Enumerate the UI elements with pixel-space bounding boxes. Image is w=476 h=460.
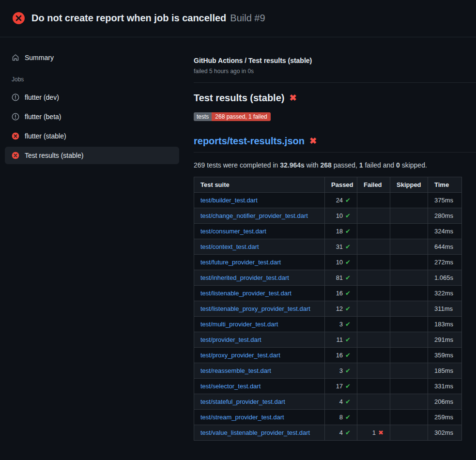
- test-suite-link[interactable]: test/provider_test.dart: [200, 336, 261, 343]
- fail-x-icon: ✖: [378, 429, 384, 436]
- sidebar-item-flutter-stable[interactable]: flutter (stable): [5, 127, 179, 145]
- main-content: GitHub Actions / Test results (stable) f…: [194, 37, 476, 441]
- test-results-table: Test suite Passed Failed Skipped Time te…: [194, 177, 462, 441]
- failed-cell-value: 1: [372, 429, 376, 436]
- table-row: test/selector_test.dart17✔331ms: [194, 378, 462, 394]
- suite-cell: test/future_provider_test.dart: [194, 254, 325, 270]
- pass-check-icon: ✔: [345, 212, 351, 219]
- job-label: flutter (dev): [25, 93, 59, 101]
- passed-cell: 11✔: [325, 332, 357, 347]
- test-suite-link[interactable]: test/listenable_proxy_provider_test.dart: [200, 305, 310, 312]
- test-suite-link[interactable]: test/consumer_test.dart: [200, 228, 266, 235]
- column-header-time: Time: [428, 177, 462, 192]
- passed-cell-value: 8: [339, 414, 343, 421]
- failed-cell: [357, 301, 390, 316]
- failed-cell: [357, 239, 390, 254]
- test-suite-link[interactable]: test/stream_provider_test.dart: [200, 414, 284, 421]
- fail-x-icon: ✖: [289, 93, 296, 102]
- passed-cell-value: 24: [336, 197, 343, 204]
- test-suite-link[interactable]: test/multi_provider_test.dart: [200, 321, 278, 328]
- run-header: Do not create report when job is cancell…: [0, 0, 476, 37]
- passed-cell: 17✔: [325, 378, 357, 394]
- test-suite-link[interactable]: test/proxy_provider_test.dart: [200, 352, 280, 359]
- skipped-cell: [390, 254, 428, 270]
- passed-cell: 3✔: [325, 363, 357, 378]
- suite-cell: test/listenable_proxy_provider_test.dart: [194, 301, 325, 316]
- table-row: test/listenable_provider_test.dart16✔322…: [194, 285, 462, 301]
- pass-check-icon: ✔: [345, 414, 351, 421]
- failed-cell: [357, 347, 390, 363]
- sidebar: Summary Jobs flutter (dev) flut: [0, 37, 194, 166]
- failed-cell: [357, 332, 390, 347]
- time-cell: 302ms: [428, 425, 462, 440]
- table-row: test/consumer_test.dart18✔324ms: [194, 223, 462, 239]
- summary-skipped: 0: [396, 161, 400, 169]
- test-suite-link[interactable]: test/inherited_provider_test.dart: [200, 274, 289, 281]
- time-cell: 324ms: [428, 223, 462, 239]
- pass-check-icon: ✔: [345, 429, 351, 436]
- time-cell: 359ms: [428, 347, 462, 363]
- passed-cell: 16✔: [325, 285, 357, 301]
- test-summary-line: 269 tests were completed in 32.964s with…: [194, 161, 461, 169]
- sidebar-item-flutter-dev[interactable]: flutter (dev): [5, 89, 179, 106]
- failed-cell: [357, 270, 390, 285]
- sidebar-item-flutter-beta[interactable]: flutter (beta): [5, 108, 179, 125]
- failed-cell: [357, 223, 390, 239]
- test-suite-link[interactable]: test/builder_test.dart: [200, 197, 258, 204]
- skipped-cell: [390, 378, 428, 394]
- test-suite-link[interactable]: test/change_notifier_provider_test.dart: [200, 212, 308, 219]
- passed-cell-value: 16: [336, 352, 343, 359]
- failed-cell: 1✖: [357, 425, 390, 440]
- report-file-link[interactable]: reports/test-results.json: [194, 136, 305, 147]
- skipped-cell: [390, 192, 428, 208]
- skipped-cell: [390, 285, 428, 301]
- time-cell: 311ms: [428, 301, 462, 316]
- test-suite-link[interactable]: test/stateful_provider_test.dart: [200, 398, 285, 405]
- test-suite-link[interactable]: test/context_test.dart: [200, 243, 259, 250]
- summary-text: 269 tests were completed in: [194, 161, 280, 169]
- passed-cell: 8✔: [325, 409, 357, 425]
- passed-cell-value: 18: [336, 228, 343, 235]
- table-row: test/value_listenable_provider_test.dart…: [194, 425, 462, 440]
- table-row: test/builder_test.dart24✔375ms: [194, 192, 462, 208]
- pass-check-icon: ✔: [345, 259, 351, 266]
- divider: [194, 82, 476, 83]
- test-suite-link[interactable]: test/selector_test.dart: [200, 383, 261, 390]
- skipped-cell: [390, 347, 428, 363]
- suite-cell: test/builder_test.dart: [194, 192, 325, 208]
- test-suite-link[interactable]: test/value_listenable_provider_test.dart: [200, 429, 310, 436]
- passed-cell-value: 17: [336, 383, 343, 390]
- sidebar-item-test-results-stable[interactable]: Test results (stable): [5, 147, 179, 164]
- skipped-cell: [390, 208, 428, 223]
- skipped-cell: [390, 223, 428, 239]
- sidebar-item-summary[interactable]: Summary: [5, 49, 179, 66]
- skipped-cell: [390, 409, 428, 425]
- job-label: flutter (beta): [25, 113, 61, 121]
- passed-cell-value: 16: [336, 290, 343, 297]
- skipped-cell: [390, 363, 428, 378]
- passed-cell-value: 4: [339, 429, 343, 436]
- pass-check-icon: ✔: [345, 274, 351, 281]
- test-suite-link[interactable]: test/listenable_provider_test.dart: [200, 290, 292, 297]
- time-cell: 185ms: [428, 363, 462, 378]
- pass-check-icon: ✔: [345, 383, 351, 390]
- test-suite-link[interactable]: test/future_provider_test.dart: [200, 259, 281, 266]
- passed-cell-value: 3: [339, 367, 343, 374]
- column-header-passed: Passed: [325, 177, 357, 192]
- test-suite-link[interactable]: test/reassemble_test.dart: [200, 367, 271, 374]
- jobs-section-label: Jobs: [5, 66, 179, 89]
- time-cell: 644ms: [428, 239, 462, 254]
- passed-cell-value: 10: [336, 212, 343, 219]
- passed-cell-value: 3: [339, 321, 343, 328]
- pass-check-icon: ✔: [345, 336, 351, 343]
- column-header-failed: Failed: [357, 177, 390, 192]
- passed-cell: 10✔: [325, 208, 357, 223]
- pass-check-icon: ✔: [345, 398, 351, 405]
- suite-cell: test/reassemble_test.dart: [194, 363, 325, 378]
- passed-cell: 4✔: [325, 425, 357, 440]
- failed-cell: [357, 192, 390, 208]
- passed-cell: 18✔: [325, 223, 357, 239]
- time-cell: 259ms: [428, 409, 462, 425]
- pass-check-icon: ✔: [345, 321, 351, 328]
- passed-cell: 16✔: [325, 347, 357, 363]
